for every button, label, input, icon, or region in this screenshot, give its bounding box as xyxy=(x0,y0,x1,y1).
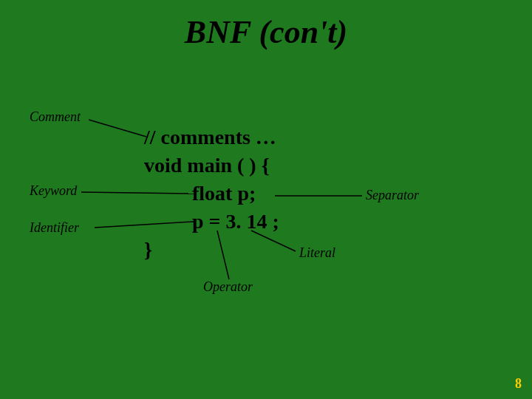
line-comment xyxy=(89,120,146,137)
code-line-4: p = 3. 14 ; xyxy=(192,210,279,233)
slide-title: BNF (con't) xyxy=(0,13,532,51)
label-identifier: Identifier xyxy=(30,220,79,236)
code-line-2: void main ( ) { xyxy=(144,154,270,177)
slide: BNF (con't) Comment Keyword Identifier /… xyxy=(0,0,532,399)
label-keyword: Keyword xyxy=(30,183,77,199)
label-operator: Operator xyxy=(203,279,253,295)
code-line-5: } xyxy=(144,238,152,262)
line-identifier xyxy=(95,222,194,228)
code-line-1: // comments … xyxy=(144,126,276,149)
page-number: 8 xyxy=(515,376,522,392)
label-separator: Separator xyxy=(366,188,419,203)
label-literal: Literal xyxy=(299,245,335,261)
connector-lines xyxy=(0,0,532,399)
label-comment: Comment xyxy=(30,109,81,125)
line-operator xyxy=(217,231,229,279)
code-line-3: float p; xyxy=(192,182,256,205)
line-literal xyxy=(251,231,296,251)
line-keyword xyxy=(81,192,194,194)
